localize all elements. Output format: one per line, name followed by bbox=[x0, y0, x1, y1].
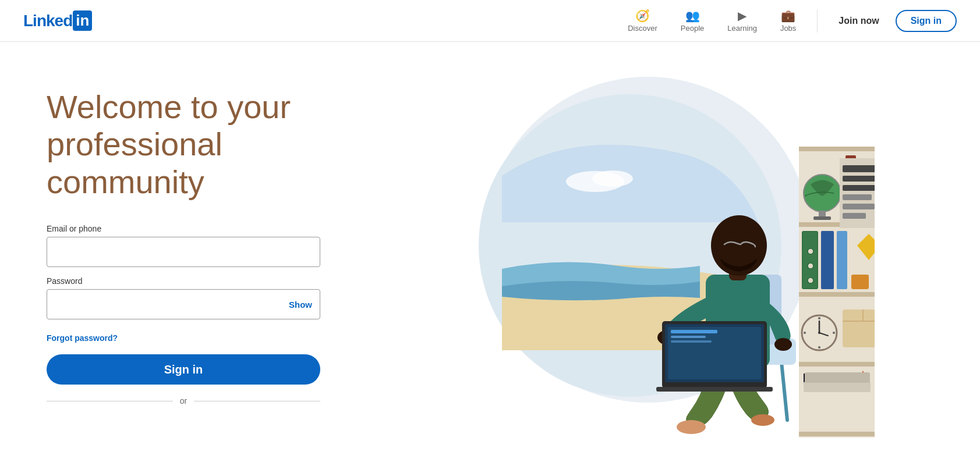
nav-item-people[interactable]: 👥 People bbox=[671, 4, 713, 37]
svg-rect-17 bbox=[671, 330, 717, 333]
svg-rect-24 bbox=[799, 292, 875, 297]
or-divider: or bbox=[47, 396, 320, 406]
svg-rect-18 bbox=[671, 336, 706, 338]
email-label: Email or phone bbox=[47, 224, 349, 233]
illustration-container bbox=[455, 59, 875, 455]
nav-discover-label: Discover bbox=[628, 24, 657, 33]
svg-point-58 bbox=[833, 332, 835, 334]
svg-rect-19 bbox=[671, 340, 712, 343]
main-content: Welcome to your professional community E… bbox=[0, 42, 980, 473]
svg-point-2 bbox=[592, 170, 633, 187]
nav-learning-label: Learning bbox=[727, 24, 757, 33]
svg-rect-104 bbox=[843, 176, 875, 182]
join-now-button[interactable]: Join now bbox=[829, 11, 888, 31]
svg-point-45 bbox=[808, 278, 813, 283]
welcome-title: Welcome to your professional community bbox=[47, 88, 349, 201]
discover-icon: 🧭 bbox=[635, 9, 650, 23]
forgot-password-link[interactable]: Forgot password? bbox=[47, 333, 118, 343]
svg-point-13 bbox=[774, 338, 792, 351]
svg-point-44 bbox=[808, 263, 813, 269]
svg-rect-46 bbox=[821, 231, 834, 289]
svg-point-59 bbox=[818, 346, 820, 348]
svg-rect-105 bbox=[843, 185, 875, 191]
svg-rect-61 bbox=[843, 310, 875, 347]
email-input[interactable] bbox=[47, 237, 320, 267]
nav-item-discover[interactable]: 🧭 Discover bbox=[618, 4, 667, 37]
logo-text: Linked bbox=[23, 12, 72, 30]
svg-rect-25 bbox=[799, 362, 875, 367]
svg-line-4 bbox=[781, 362, 787, 420]
show-password-button[interactable]: Show bbox=[289, 300, 312, 310]
svg-rect-20 bbox=[656, 387, 773, 392]
svg-rect-108 bbox=[843, 213, 866, 219]
left-panel: Welcome to your professional community E… bbox=[47, 42, 349, 406]
svg-point-43 bbox=[808, 248, 813, 254]
svg-rect-76 bbox=[805, 372, 870, 383]
svg-rect-16 bbox=[668, 327, 761, 379]
svg-rect-106 bbox=[843, 194, 872, 200]
main-nav: 🧭 Discover 👥 People ▶ Learning 💼 Jobs Jo… bbox=[618, 4, 957, 37]
password-label: Password bbox=[47, 276, 349, 286]
right-illustration-panel bbox=[349, 42, 980, 455]
email-form-group: Email or phone bbox=[47, 224, 349, 267]
nav-divider bbox=[817, 9, 818, 33]
logo-link[interactable]: Linkedin bbox=[23, 10, 92, 31]
or-line-left bbox=[47, 401, 173, 401]
password-wrapper: Show bbox=[47, 289, 320, 319]
nav-item-learning[interactable]: ▶ Learning bbox=[718, 4, 766, 37]
nav-people-label: People bbox=[681, 24, 704, 33]
people-icon: 👥 bbox=[685, 9, 700, 23]
jobs-icon: 💼 bbox=[781, 9, 795, 23]
svg-rect-103 bbox=[843, 165, 875, 172]
svg-point-7 bbox=[677, 420, 706, 434]
nav-jobs-label: Jobs bbox=[780, 24, 796, 33]
nav-actions: Join now Sign in bbox=[829, 10, 957, 32]
learning-icon: ▶ bbox=[738, 9, 747, 23]
logo-in-badge: in bbox=[73, 10, 92, 31]
main-signin-button[interactable]: Sign in bbox=[47, 354, 320, 385]
or-line-right bbox=[194, 401, 320, 401]
password-input[interactable] bbox=[47, 289, 320, 319]
site-header: Linkedin 🧭 Discover 👥 People ▶ Learning … bbox=[0, 0, 980, 42]
svg-rect-31 bbox=[813, 216, 831, 220]
header-signin-button[interactable]: Sign in bbox=[896, 10, 957, 32]
svg-rect-74 bbox=[802, 391, 872, 401]
svg-rect-107 bbox=[843, 204, 875, 209]
svg-rect-75 bbox=[804, 382, 871, 392]
or-text: or bbox=[180, 396, 187, 406]
svg-point-60 bbox=[804, 332, 806, 334]
svg-rect-47 bbox=[837, 231, 847, 289]
nav-item-jobs[interactable]: 💼 Jobs bbox=[771, 4, 805, 37]
scene-illustration bbox=[455, 59, 875, 455]
svg-rect-52 bbox=[851, 275, 869, 289]
svg-rect-22 bbox=[799, 147, 875, 151]
password-form-group: Password Show bbox=[47, 276, 349, 319]
svg-point-57 bbox=[818, 317, 820, 319]
svg-rect-26 bbox=[799, 432, 875, 436]
svg-point-8 bbox=[751, 414, 774, 426]
